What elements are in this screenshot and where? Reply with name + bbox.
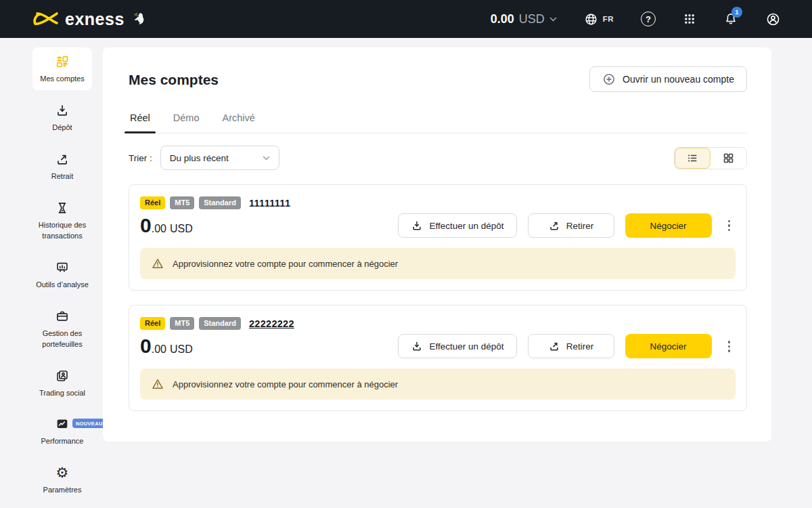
plan-badge: Standard — [199, 196, 241, 209]
sidebar-item-depot[interactable]: Dépôt — [32, 96, 92, 139]
globe-icon — [584, 12, 598, 26]
warning-text: Approvisionnez votre compte pour commenc… — [173, 379, 398, 389]
deposit-button[interactable]: Effectuer un dépôt — [398, 334, 516, 358]
exness-logo-mark-icon — [32, 10, 60, 28]
tab-archive[interactable]: Archivé — [221, 107, 256, 133]
account-actions: Effectuer un dépôt Retirer Négocier — [398, 334, 736, 358]
account-actions: Effectuer un dépôt Retirer Négocier — [398, 213, 736, 238]
withdraw-icon — [55, 151, 70, 167]
deposit-icon — [411, 219, 423, 232]
platform-badge: MT5 — [170, 317, 194, 330]
balance-currency: USD — [170, 343, 193, 356]
account-card: Réel MT5 Standard 22222222 0 .00 USD — [129, 305, 747, 411]
withdraw-button[interactable]: Retirer — [528, 213, 614, 238]
list-view-button[interactable] — [675, 148, 710, 169]
profile-icon — [765, 12, 781, 27]
account-card: Réel MT5 Standard 11111111 0 .00 USD — [129, 184, 747, 291]
apps-grid-button[interactable] — [683, 12, 696, 26]
sidebar-item-label: Mes comptes — [40, 74, 84, 85]
question-icon: ? — [641, 12, 656, 26]
tab-demo[interactable]: Démo — [172, 107, 201, 133]
sidebar-item-outils-analyse[interactable]: Outils d’analyse — [32, 253, 92, 296]
sidebar-item-label: Outils d’analyse — [36, 280, 89, 291]
balance-currency: USD — [170, 223, 193, 235]
sidebar-item-gestion-portefeuilles[interactable]: Gestion des portefeuilles — [32, 302, 92, 356]
trade-button[interactable]: Négocier — [625, 334, 712, 358]
sort-label: Trier : — [129, 153, 152, 163]
deposit-icon — [55, 102, 70, 119]
page-layout: Mes comptes Dépôt Retrait — [0, 38, 812, 507]
withdraw-button-label: Retirer — [566, 221, 594, 231]
account-number[interactable]: 22222222 — [249, 318, 294, 329]
account-balance: 0 .00 USD — [140, 335, 193, 358]
account-tabs: Réel Démo Archivé — [129, 107, 747, 133]
navbar-balance-amount: 0.00 — [491, 12, 514, 26]
balance-fraction: .00 — [152, 223, 166, 235]
sidebar: Mes comptes Dépôt Retrait — [32, 47, 92, 507]
analysis-board-icon — [55, 259, 70, 276]
plan-badge: Standard — [199, 317, 241, 330]
withdraw-button[interactable]: Retirer — [528, 334, 614, 358]
profile-button[interactable] — [765, 12, 781, 27]
balance-fraction: .00 — [152, 343, 166, 356]
plus-circle-icon — [602, 72, 616, 86]
platform-badge: MT5 — [170, 196, 194, 209]
sidebar-item-mes-comptes[interactable]: Mes comptes — [32, 47, 92, 90]
account-type-badge: Réel — [140, 196, 165, 209]
account-type-badge: Réel — [140, 317, 165, 330]
warning-triangle-icon — [151, 377, 164, 391]
language-selector[interactable]: FR — [584, 12, 614, 26]
sidebar-item-label: Historique des transactions — [34, 220, 91, 242]
sidebar-item-label: Retrait — [51, 171, 73, 182]
withdraw-icon — [548, 340, 560, 352]
tab-reel[interactable]: Réel — [129, 107, 152, 133]
balance-integer: 0 — [140, 335, 152, 358]
top-navbar: exness 0.00 USD FR — [0, 0, 812, 38]
sidebar-item-label: Performance — [41, 436, 84, 447]
deposit-button[interactable]: Effectuer un dépôt — [398, 213, 516, 238]
deposit-button-label: Effectuer un dépôt — [429, 221, 503, 231]
deposit-icon — [411, 340, 423, 352]
grid-view-button[interactable] — [710, 148, 746, 169]
sidebar-item-label: Trading social — [39, 388, 85, 399]
help-button[interactable]: ? — [641, 12, 656, 26]
page-title: Mes comptes — [129, 72, 219, 88]
sidebar-item-label: Paramètres — [43, 485, 82, 496]
gear-icon: ⚙ — [56, 465, 69, 481]
sidebar-item-label: Gestion des portefeuilles — [34, 329, 91, 350]
exness-logo[interactable]: exness — [32, 9, 148, 29]
social-trading-icon — [55, 368, 70, 384]
warning-text: Approvisionnez votre compte pour commenc… — [173, 259, 398, 269]
sidebar-item-retrait[interactable]: Retrait — [32, 145, 92, 188]
language-code: FR — [603, 15, 614, 23]
kebab-menu-icon[interactable] — [723, 337, 736, 356]
hourglass-icon — [55, 200, 70, 216]
account-badges: Réel MT5 Standard 22222222 — [140, 317, 736, 330]
funding-warning-banner: Approvisionnez votre compte pour commenc… — [140, 368, 736, 400]
apps-grid-icon — [683, 12, 696, 26]
trade-button[interactable]: Négocier — [625, 213, 712, 238]
sort-row: Trier : Du plus récent — [129, 146, 747, 170]
funding-warning-banner: Approvisionnez votre compte pour commenc… — [140, 248, 736, 279]
warning-triangle-icon — [151, 257, 164, 270]
notifications-button[interactable]: 1 — [723, 12, 738, 26]
sidebar-item-label: Dépôt — [52, 123, 72, 133]
sidebar-item-parametres[interactable]: ⚙ Paramètres — [32, 459, 92, 501]
grid-view-icon — [722, 152, 735, 165]
account-balance: 0 .00 USD — [140, 214, 193, 237]
chevron-down-icon — [549, 17, 557, 22]
account-balance-dropdown[interactable]: 0.00 USD — [491, 12, 557, 26]
sidebar-item-performance[interactable]: NOUVEAU Performance — [32, 410, 92, 452]
withdraw-button-label: Retirer — [566, 341, 594, 352]
brand-name: exness — [65, 9, 125, 29]
nouveau-badge: NOUVEAU — [72, 419, 106, 428]
account-number[interactable]: 11111111 — [249, 198, 290, 209]
kebab-menu-icon[interactable] — [723, 216, 736, 236]
navbar-actions: 0.00 USD FR ? — [491, 12, 781, 27]
sidebar-item-trading-social[interactable]: Trading social — [32, 362, 92, 404]
open-new-account-button[interactable]: Ouvrir un nouveau compte — [589, 66, 747, 92]
sort-select[interactable]: Du plus récent — [160, 146, 279, 170]
notification-count-badge: 1 — [731, 7, 742, 18]
sidebar-item-historique[interactable]: Historique des transactions — [32, 194, 92, 247]
withdraw-icon — [548, 219, 560, 232]
